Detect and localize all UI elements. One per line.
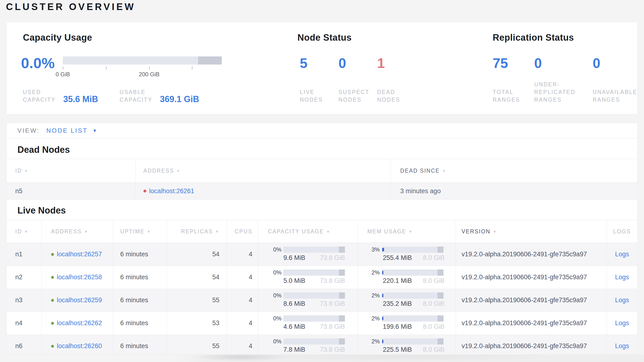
capacity-used-value: 8.6 MiB [283,300,305,307]
cpus-cell: 4 [227,335,258,354]
logs-link[interactable]: Logs [615,274,629,281]
capacity-other-segment [339,315,345,322]
sort-desc-icon: ▼ [24,230,28,234]
live-col-header-address[interactable]: ADDRESS▼ [42,220,113,243]
mem-bar [382,338,444,344]
capacity-used-value: 9.6 MiB [283,254,305,262]
sort-desc-icon: ▼ [326,230,330,234]
dead-node-id-cell: n5 [7,183,136,200]
node-address-link[interactable]: localhost:26260 [57,342,102,350]
mem-total-value: 8.0 GiB [423,346,444,353]
node-id-cell: n6 [7,335,42,354]
dead-col-header-id[interactable]: ID ▼ [7,159,136,183]
capacity-axis-ticks [63,67,222,70]
dead-node-row: n5 localhost:26261 3 minutes ago [7,183,637,200]
capacity-usage-cell: 0% 8.6 MiB 73.8 GiB [258,289,358,311]
sort-desc-icon: ▼ [409,230,413,234]
used-capacity-label: USED CAPACITY [23,88,60,104]
mem-usage-cell: 2% 220.1 MiB 8.0 GiB [358,266,456,289]
logs-cell: Logs [607,266,637,289]
capacity-used-value: 5.0 MiB [283,277,305,285]
capacity-bar [283,247,345,253]
capacity-bar [283,292,345,299]
mem-percent: 2% [367,338,380,345]
logs-cell: Logs [607,312,637,334]
live-col-header-uptime[interactable]: UPTIME▼ [113,220,167,243]
mem-usage-cell: 2% 235.2 MiB 8.0 GiB [358,289,456,311]
capacity-total-value: 73.8 GiB [320,346,345,353]
capacity-usage-cell: 0% 9.6 MiB 73.8 GiB [258,243,358,266]
dead-since-cell: 3 minutes ago [391,183,637,200]
mem-total-value: 8.0 GiB [423,254,444,262]
live-col-header-cpus[interactable]: CPUS [227,220,258,243]
sort-desc-icon: ▼ [176,169,180,173]
mem-total-value: 8.0 GiB [423,300,444,307]
live-col-header-version[interactable]: VERSION▼ [456,220,607,243]
mem-used-value: 220.1 MiB [383,277,412,285]
cpus-cell: 4 [227,266,258,289]
live-col-header-mem-usage[interactable]: MEM USAGE▼ [358,220,456,243]
mem-percent: 2% [367,315,380,322]
capacity-total-value: 73.8 GiB [320,277,345,285]
capacity-used-value: 7.8 MiB [283,346,305,353]
total-ranges-count: 75 [493,56,534,71]
logs-link[interactable]: Logs [615,319,629,327]
node-id-cell: n1 [7,243,42,266]
node-address-link[interactable]: localhost:26257 [57,251,102,258]
logs-cell: Logs [607,289,637,311]
capacity-other-segment [339,338,345,344]
mem-used-value: 225.5 MiB [383,346,412,353]
capacity-bar-chart: 0 GiB 200 GiB [63,56,222,78]
usable-capacity-value: 369.1 GiB [160,94,199,104]
dead-nodes-heading: Dead Nodes [18,144,637,155]
live-node-row: n3 localhost:26259 6 minutes 55 4 0% 8.6… [7,289,637,312]
uptime-cell: 6 minutes [113,243,167,266]
version-cell: v19.2.0-alpha.20190606-2491-gfe735c9a97 [456,243,607,266]
dead-nodes-count: 1 [377,56,414,71]
live-nodes-label: LIVE NODES [300,88,326,104]
mem-used-fill [382,340,383,343]
suspect-nodes-label: SUSPECT NODES [338,88,365,104]
live-col-header-capacity-usage[interactable]: CAPACITY USAGE▼ [258,220,358,243]
logs-link[interactable]: Logs [615,342,629,350]
mem-total-value: 8.0 GiB [423,277,444,285]
live-status-dot-icon [51,276,54,279]
view-selector-dropdown[interactable]: NODE LIST ▼ [46,127,97,134]
node-status-heading: Node Status [298,32,414,43]
live-node-row: n6 localhost:26260 6 minutes 55 4 0% 7.8… [7,335,637,354]
mem-other-segment [438,315,444,322]
logs-cell: Logs [607,335,637,354]
cpus-cell: 4 [227,289,258,311]
dead-col-header-dead-since[interactable]: DEAD SINCE ▼ [391,159,637,183]
node-address-cell: localhost:26258 [42,266,113,289]
capacity-percent: 0% [268,246,282,253]
replicas-cell: 55 [167,289,227,311]
mem-other-segment [438,292,444,299]
uptime-cell: 6 minutes [113,289,167,311]
dead-col-header-address[interactable]: ADDRESS ▼ [136,159,391,183]
uptime-cell: 6 minutes [113,335,167,354]
capacity-total-value: 73.8 GiB [320,300,345,307]
live-col-header-id[interactable]: ID▼ [7,220,42,243]
node-address-link[interactable]: localhost:26258 [57,274,102,281]
node-address-cell: localhost:26257 [42,243,113,266]
capacity-percent: 0% [268,315,282,322]
mem-bar [382,269,444,276]
dead-node-address-link[interactable]: localhost:26261 [149,188,194,195]
mem-used-fill [382,248,384,251]
node-status-section: Node Status 5 LIVE NODES 0 SUSPECT NODES… [298,32,414,104]
live-col-header-replicas[interactable]: REPLICAS▼ [167,220,227,243]
capacity-usage-cell: 0% 4.6 MiB 73.8 GiB [258,312,358,334]
live-status-dot-icon [51,345,54,348]
capacity-bar-other-segment [198,56,222,65]
replicas-cell: 54 [167,266,227,289]
logs-link[interactable]: Logs [615,296,629,304]
view-bar: VIEW: NODE LIST ▼ [7,123,637,138]
node-address-link[interactable]: localhost:26259 [57,296,102,304]
logs-link[interactable]: Logs [615,251,629,258]
capacity-percent: 0% [268,338,282,345]
mem-percent: 2% [367,269,380,276]
node-address-link[interactable]: localhost:26262 [57,319,102,327]
capacity-usage-cell: 0% 5.0 MiB 73.8 GiB [258,266,358,289]
mem-used-fill [382,294,383,297]
